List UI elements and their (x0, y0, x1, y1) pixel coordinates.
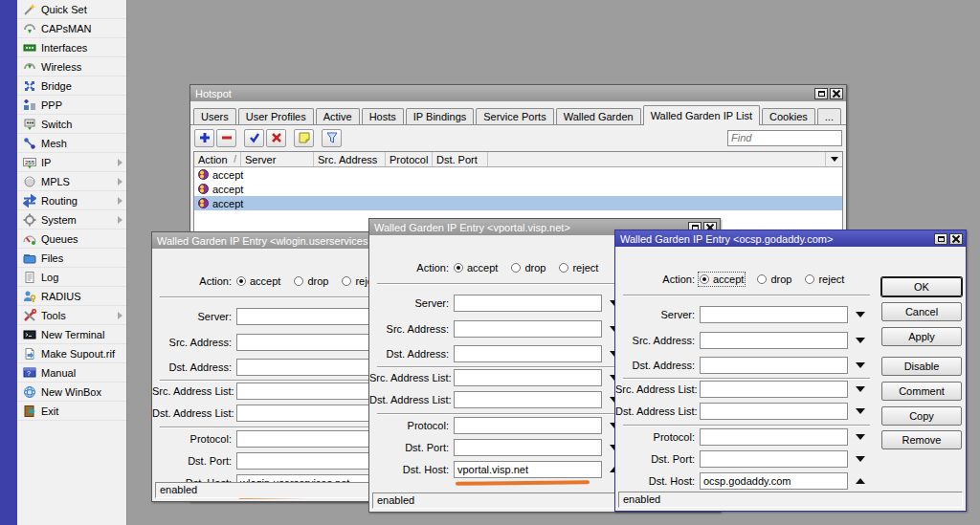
chevron-down-icon[interactable] (856, 362, 865, 368)
sidebar-item-switch[interactable]: Switch (17, 115, 126, 134)
sidebar-item-make-supout[interactable]: Make Supout.rif (17, 344, 126, 363)
sidebar-item-log[interactable]: Log (17, 268, 126, 287)
disable-button[interactable] (266, 129, 286, 147)
sidebar-item-interfaces[interactable]: Interfaces (17, 38, 126, 57)
sidebar-item-system[interactable]: System (17, 210, 126, 230)
sidebar-item-manual[interactable]: ? Manual (17, 363, 126, 383)
maximize-button[interactable] (934, 233, 947, 245)
dialog-titlebar[interactable]: Walled Garden IP Entry <ocsp.godaddy.com… (615, 230, 966, 247)
server-input[interactable] (236, 308, 385, 325)
column-selector-dropdown[interactable] (825, 152, 842, 166)
sidebar-item-ppp[interactable]: PPP (17, 96, 126, 115)
sidebar-item-exit[interactable]: Exit (17, 402, 126, 421)
dst-address-input[interactable] (454, 345, 602, 362)
disable-button[interactable]: Disable (881, 357, 962, 376)
chevron-up-icon[interactable] (856, 478, 865, 484)
dst-address-list-input[interactable] (454, 391, 602, 408)
tab-users[interactable]: Users (193, 108, 236, 124)
src-address-input[interactable] (700, 332, 848, 349)
find-input[interactable] (727, 130, 842, 146)
chevron-down-icon[interactable] (856, 338, 865, 343)
filter-button[interactable] (322, 129, 342, 147)
sidebar-item-files[interactable]: Files (17, 249, 126, 268)
column-header-dst-port[interactable]: Dst. Port (433, 152, 488, 166)
sidebar-item-routing[interactable]: Routing (17, 191, 126, 210)
sidebar-item-new-winbox[interactable]: New WinBox (17, 383, 126, 402)
tab-hosts[interactable]: Hosts (362, 108, 404, 124)
radio-drop[interactable]: drop (511, 262, 546, 273)
dst-port-input[interactable] (454, 439, 602, 456)
chevron-down-icon[interactable] (856, 434, 865, 440)
tab-user-profiles[interactable]: User Profiles (238, 108, 314, 124)
cancel-button[interactable]: Cancel (881, 302, 962, 321)
tab-service-ports[interactable]: Service Ports (476, 108, 553, 124)
sidebar-item-mpls[interactable]: MPLS (17, 172, 126, 191)
radio-accept[interactable]: accept (454, 262, 498, 273)
sidebar-item-capsman[interactable]: CAPsMAN (17, 19, 126, 38)
radio-reject[interactable]: reject (559, 262, 598, 273)
server-input[interactable] (454, 295, 602, 312)
remove-button[interactable] (216, 129, 236, 147)
radio-accept[interactable]: accept (700, 273, 744, 285)
tab-cookies[interactable]: Cookies (762, 108, 815, 124)
ok-button[interactable]: OK (881, 277, 962, 296)
sidebar-item-tools[interactable]: Tools (17, 306, 126, 325)
dst-host-input[interactable] (454, 461, 602, 478)
table-row[interactable]: accept (194, 167, 842, 182)
sidebar-item-radius[interactable]: RADIUS (17, 287, 126, 306)
sidebar-item-new-terminal[interactable]: New Terminal (17, 325, 126, 344)
dst-port-input[interactable] (236, 452, 385, 470)
sidebar-item-mesh[interactable]: Mesh (17, 134, 126, 153)
radio-drop[interactable]: drop (757, 273, 791, 285)
tab-ip-bindings[interactable]: IP Bindings (406, 108, 474, 124)
src-address-list-input[interactable] (236, 383, 385, 400)
tab-active[interactable]: Active (316, 108, 360, 124)
chevron-down-icon[interactable] (856, 456, 865, 462)
chevron-down-icon[interactable] (856, 386, 865, 392)
column-header-src-address[interactable]: Src. Address (314, 152, 386, 166)
src-address-list-input[interactable] (454, 369, 602, 386)
tab-more[interactable]: ... (817, 108, 841, 124)
add-button[interactable] (194, 129, 214, 147)
chevron-down-icon[interactable] (856, 408, 865, 414)
protocol-input[interactable] (700, 428, 848, 446)
comment-button[interactable] (294, 129, 314, 147)
radio-reject[interactable]: reject (805, 273, 844, 285)
remove-button[interactable]: Remove (881, 430, 962, 449)
close-button[interactable] (830, 88, 843, 99)
column-header-protocol[interactable]: Protocol (386, 152, 433, 166)
dst-host-input[interactable] (700, 472, 848, 490)
apply-button[interactable]: Apply (881, 327, 962, 346)
server-input[interactable] (700, 306, 848, 323)
dst-address-list-input[interactable] (700, 403, 848, 420)
protocol-input[interactable] (454, 417, 602, 434)
copy-button[interactable]: Copy (881, 406, 962, 426)
dst-address-input[interactable] (236, 359, 385, 376)
sidebar-item-wireless[interactable]: Wireless (17, 57, 126, 77)
table-row-selected[interactable]: accept (194, 196, 842, 210)
radio-accept[interactable]: accept (236, 275, 280, 287)
sidebar-item-bridge[interactable]: Bridge (17, 77, 126, 96)
sidebar-item-ip[interactable]: 255 IP (17, 153, 126, 172)
hotspot-titlebar[interactable]: Hotspot (190, 85, 846, 101)
comment-button[interactable]: Comment (881, 382, 962, 401)
table-row[interactable]: accept (194, 182, 842, 196)
enable-button[interactable] (244, 129, 264, 147)
dst-address-list-input[interactable] (236, 405, 385, 422)
protocol-input[interactable] (236, 430, 385, 448)
chevron-down-icon[interactable] (856, 312, 865, 317)
radio-drop[interactable]: drop (294, 275, 328, 287)
sidebar-item-quick-set[interactable]: Quick Set (17, 0, 126, 19)
column-header-server[interactable]: Server (241, 152, 314, 166)
dst-port-input[interactable] (700, 450, 848, 468)
src-address-input[interactable] (454, 320, 602, 338)
src-address-input[interactable] (236, 334, 385, 351)
sidebar-item-queues[interactable]: Queues (17, 230, 126, 249)
maximize-button[interactable] (814, 88, 828, 99)
dst-address-input[interactable] (700, 357, 848, 374)
tab-walled-garden-ip-list[interactable]: Walled Garden IP List (643, 105, 760, 125)
tab-walled-garden[interactable]: Walled Garden (556, 108, 641, 124)
column-header-action[interactable]: Action/ (194, 152, 241, 166)
close-button[interactable] (949, 233, 963, 245)
src-address-list-input[interactable] (700, 381, 848, 398)
